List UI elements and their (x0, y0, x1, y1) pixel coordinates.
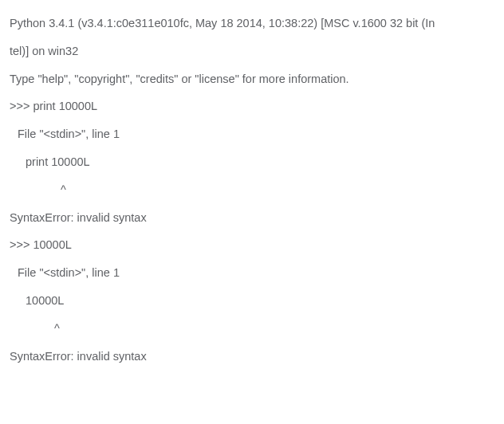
traceback-file-1: File "<stdin>", line 1 (10, 120, 494, 148)
traceback-code-1: print 10000L (10, 148, 494, 176)
repl-prompt-1: >>> print 10000L (10, 92, 494, 120)
traceback-file-2: File "<stdin>", line 1 (10, 259, 494, 287)
traceback-caret-1: ^ (10, 176, 494, 204)
traceback-caret-2: ^ (10, 315, 494, 343)
python-banner-line-2: tel)] on win32 (10, 37, 494, 65)
repl-prompt-2: >>> 10000L (10, 231, 494, 259)
python-banner-line-1: Python 3.4.1 (v3.4.1:c0e311e010fc, May 1… (10, 10, 494, 37)
syntax-error-1: SyntaxError: invalid syntax (10, 204, 494, 232)
syntax-error-2: SyntaxError: invalid syntax (10, 343, 494, 371)
traceback-code-2: 10000L (10, 287, 494, 315)
python-help-line: Type "help", "copyright", "credits" or "… (10, 65, 494, 93)
